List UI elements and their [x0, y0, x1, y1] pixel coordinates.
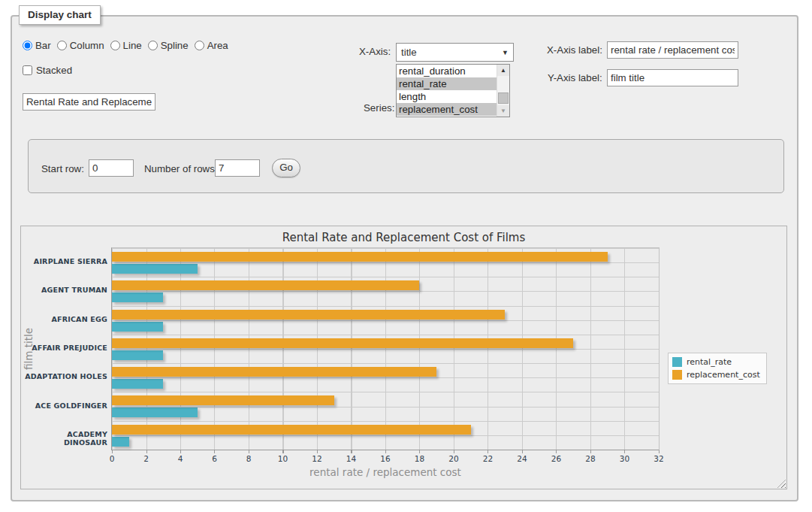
legend-item-rental_rate: rental_rate — [672, 357, 760, 367]
chart-type-spline[interactable]: Spline — [148, 40, 189, 51]
chart-title-input[interactable] — [23, 93, 155, 111]
series-option-rental_duration[interactable]: rental_duration — [397, 65, 497, 77]
scroll-down-icon[interactable]: ▼ — [497, 105, 509, 117]
x-tick-label: 18 — [409, 454, 431, 463]
series-option-rental_rate[interactable]: rental_rate — [397, 77, 497, 90]
legend-label: rental_rate — [687, 357, 732, 367]
x-tick-label: 14 — [340, 454, 363, 463]
bar-replacement_cost — [112, 280, 419, 290]
bar-replacement_cost — [112, 395, 334, 405]
chart-type-radio-line[interactable] — [110, 41, 120, 50]
scroll-up-icon[interactable]: ▲ — [497, 65, 509, 76]
series-listbox[interactable]: rental_durationrental_ratelengthreplacem… — [396, 64, 510, 117]
chart-type-line[interactable]: Line — [110, 40, 142, 51]
chart-type-bar[interactable]: Bar — [23, 40, 51, 51]
x-tick-label: 6 — [204, 454, 226, 463]
x-tick-label: 30 — [614, 454, 636, 463]
fieldset-legend: Display chart — [19, 5, 101, 25]
bar-replacement_cost — [112, 338, 573, 348]
legend-item-replacement_cost: replacement_cost — [672, 370, 760, 380]
bar-rental_rate — [112, 379, 163, 389]
category-label: AFRICAN EGG — [25, 315, 107, 323]
num-rows-input[interactable] — [215, 159, 260, 177]
chart-type-text: Area — [207, 40, 228, 51]
x-tick-label: 20 — [442, 454, 465, 463]
x-tick-label: 10 — [272, 454, 294, 463]
scrollbar-thumb[interactable] — [498, 92, 509, 104]
chart-legend: rental_ratereplacement_cost — [668, 353, 767, 384]
chart-type-radio-area[interactable] — [195, 41, 204, 50]
start-row-label: Start row: — [41, 163, 84, 174]
chart-type-area[interactable]: Area — [195, 40, 228, 51]
legend-label: replacement_cost — [687, 370, 760, 380]
y-axis-label-input[interactable] — [607, 69, 738, 86]
x-axis-title: rental rate / replacement cost — [111, 466, 660, 478]
bar-rental_rate — [112, 437, 129, 447]
y-axis-label-caption: Y-Axis label: — [548, 72, 602, 83]
series-scrollbar[interactable]: ▲ ▼ — [497, 65, 509, 117]
bar-replacement_cost — [112, 367, 436, 377]
bar-rental_rate — [112, 292, 163, 302]
stacked-checkbox-row[interactable]: Stacked — [23, 65, 72, 76]
bar-rental_rate — [112, 322, 163, 332]
x-axis-label-caption: X-Axis label: — [547, 44, 602, 56]
x-axis-selected-value: title — [401, 47, 417, 58]
bar-replacement_cost — [112, 310, 505, 320]
bar-rental_rate — [112, 407, 198, 417]
category-label: ADAPTATION HOLES — [25, 372, 107, 380]
legend-swatch — [672, 370, 682, 380]
stacked-label: Stacked — [36, 65, 72, 76]
chart-type-radio-bar[interactable] — [23, 41, 32, 50]
category-label: ACE GOLDFINGER — [25, 401, 107, 410]
resize-handle-icon[interactable] — [777, 480, 786, 488]
x-tick-label: 2 — [135, 454, 158, 463]
chart-title: Rental Rate and Replacement Cost of Film… — [21, 231, 786, 244]
chart-type-radio-column[interactable] — [57, 41, 67, 50]
chart-type-radio-spline[interactable] — [148, 41, 158, 50]
category-label: AFFAIR PREJUDICE — [25, 344, 107, 352]
x-axis-ticks — [112, 450, 660, 453]
chart-type-column[interactable]: Column — [57, 40, 104, 51]
series-option-replacement_cost[interactable]: replacement_cost — [397, 103, 497, 116]
series-option-length[interactable]: length — [397, 90, 497, 103]
x-axis-select-label: X-Axis: — [359, 46, 391, 57]
legend-swatch — [672, 357, 682, 367]
category-label: AGENT TRUMAN — [25, 286, 107, 294]
bar-rental_rate — [112, 264, 198, 274]
x-tick-label: 0 — [101, 454, 123, 463]
chart-container: Rental Rate and Replacement Cost of Film… — [20, 226, 787, 489]
plot-area — [111, 247, 660, 450]
chart-type-text: Line — [123, 40, 142, 51]
chart-type-text: Bar — [35, 40, 51, 51]
go-button[interactable]: Go — [272, 159, 300, 177]
bar-replacement_cost — [112, 425, 471, 435]
chart-type-group: BarColumnLineSplineArea — [23, 40, 228, 51]
bar-replacement_cost — [112, 252, 608, 262]
x-axis-select[interactable]: title ▼ — [396, 43, 514, 62]
series-label: Series: — [364, 102, 394, 114]
category-label: ACADEMY DINOSAUR — [25, 430, 107, 447]
x-tick-label: 32 — [647, 454, 670, 463]
stacked-checkbox[interactable] — [23, 65, 32, 75]
x-tick-label: 4 — [169, 454, 192, 463]
x-tick-label: 28 — [579, 454, 602, 463]
series-options: rental_durationrental_ratelengthreplacem… — [397, 65, 497, 116]
row-range-panel — [28, 139, 784, 193]
x-axis-label-input[interactable] — [607, 41, 738, 59]
chart-type-text: Column — [70, 40, 104, 51]
num-rows-label: Number of rows: — [144, 163, 218, 174]
x-tick-label: 8 — [237, 454, 260, 463]
chart-type-text: Spline — [161, 40, 189, 51]
x-tick-label: 12 — [306, 454, 328, 463]
x-tick-label: 24 — [511, 454, 533, 463]
x-tick-label: 16 — [374, 454, 397, 463]
chevron-down-icon: ▼ — [502, 49, 509, 56]
x-tick-label: 22 — [477, 454, 500, 463]
x-tick-label: 26 — [545, 454, 568, 463]
category-label: AIRPLANE SIERRA — [25, 257, 107, 265]
start-row-input[interactable] — [89, 159, 134, 177]
bar-rental_rate — [112, 350, 163, 360]
